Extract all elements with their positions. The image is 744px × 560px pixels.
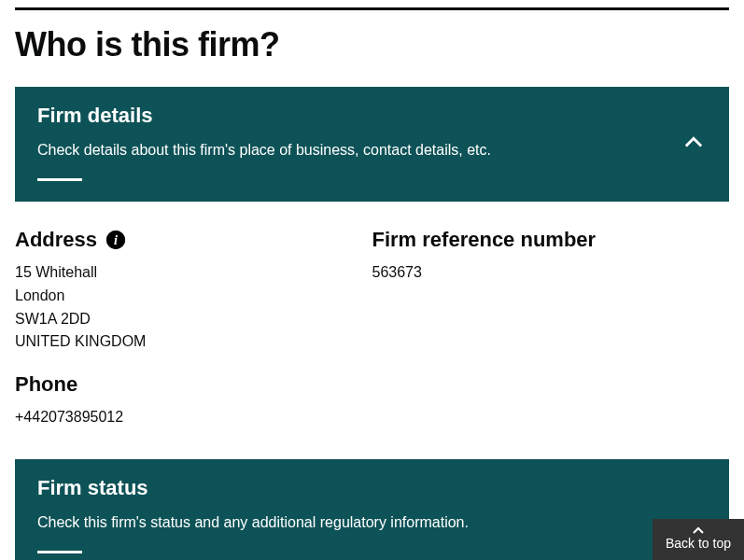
firm-details-description: Check details about this firm's place of… (37, 139, 541, 161)
firm-status-title: Firm status (37, 476, 707, 500)
address-label-text: Address (15, 228, 97, 252)
frn-value: 563673 (372, 261, 730, 285)
address-value: 15 Whitehall London SW1A 2DD UNITED KING… (15, 261, 372, 354)
back-to-top-label: Back to top (666, 536, 731, 551)
address-line: 15 Whitehall (15, 261, 372, 285)
panel-underline (37, 551, 82, 553)
section-divider (15, 7, 729, 10)
address-line: London (15, 285, 372, 308)
frn-label: Firm reference number (372, 228, 730, 252)
panel-underline (37, 178, 82, 181)
info-icon[interactable]: i (106, 231, 125, 249)
firm-status-description: Check this firm's status and any additio… (37, 511, 541, 534)
svg-text:i: i (114, 233, 118, 247)
phone-label-text: Phone (15, 372, 77, 397)
firm-details-panel-header[interactable]: Firm details Check details about this fi… (15, 87, 729, 202)
address-line: SW1A 2DD (15, 308, 372, 331)
firm-status-panel-header[interactable]: Firm status Check this firm's status and… (15, 459, 729, 560)
phone-label: Phone (15, 372, 372, 397)
chevron-up-icon[interactable] (681, 130, 707, 160)
phone-value: +442073895012 (15, 406, 372, 429)
firm-details-title: Firm details (37, 104, 707, 128)
frn-label-text: Firm reference number (372, 228, 597, 252)
address-label: Address i (15, 228, 372, 252)
address-line: UNITED KINGDOM (15, 330, 372, 354)
firm-details-body: Address i 15 Whitehall London SW1A 2DD U… (15, 202, 729, 452)
page-title: Who is this firm? (15, 25, 729, 64)
back-to-top-button[interactable]: Back to top (653, 519, 744, 560)
